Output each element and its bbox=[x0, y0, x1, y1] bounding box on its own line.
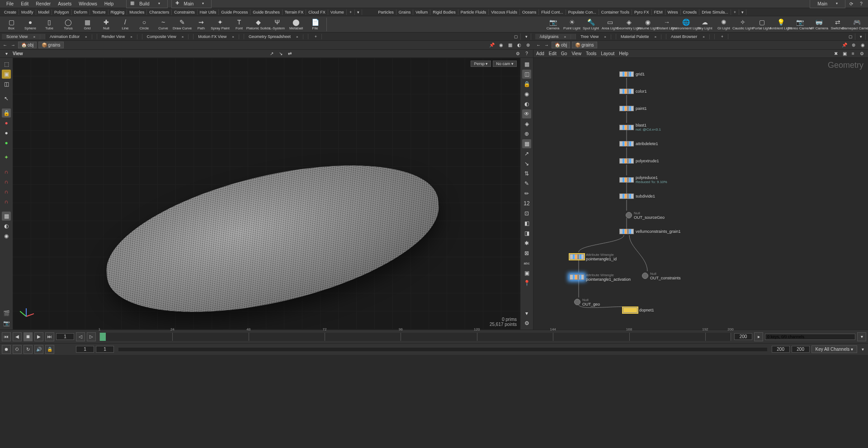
next-key-button[interactable]: ▷ bbox=[87, 332, 96, 341]
shelf-tab[interactable]: Characters bbox=[147, 9, 172, 15]
node-paint1[interactable]: paint1 bbox=[619, 106, 647, 111]
shelf-tab[interactable]: Polygon bbox=[52, 9, 72, 15]
disp-opts-icon[interactable]: ▾ bbox=[522, 309, 531, 318]
topright-main-dropdown[interactable]: Main ▾ bbox=[810, 0, 845, 8]
handle-icon[interactable]: ✦ bbox=[2, 153, 11, 162]
tool-caustic-light[interactable]: ✧Caustic Light bbox=[733, 17, 752, 31]
tool-box[interactable]: ▢Box bbox=[2, 17, 21, 31]
render-icon[interactable]: 🎬 bbox=[2, 309, 11, 318]
disp2-icon[interactable]: ◫ bbox=[522, 70, 531, 79]
shelf-tab[interactable]: Terrain FX bbox=[283, 9, 307, 15]
tool-platonic-solids[interactable]: ◆Platonic Solids bbox=[249, 17, 268, 31]
channel-scope-dropdown[interactable]: Key All Channels ▾ bbox=[811, 345, 857, 353]
nav-back-icon[interactable]: ← bbox=[535, 42, 542, 48]
camera-persp-dropdown[interactable]: Persp ▾ bbox=[471, 61, 491, 67]
shelf-add-right[interactable]: + bbox=[731, 9, 739, 15]
breadcrumb-obj[interactable]: 🏠 obj bbox=[18, 42, 37, 48]
bc-opt1-icon[interactable]: ◉ bbox=[498, 42, 504, 48]
shelf-tab[interactable]: Create bbox=[2, 9, 19, 15]
shelf-tab[interactable]: Guide Brushes bbox=[250, 9, 283, 15]
step-back-button[interactable]: ◀ bbox=[13, 332, 22, 341]
vp-settings-icon[interactable]: ⚙ bbox=[514, 51, 521, 57]
node-dopnet1[interactable]: dopnet1 bbox=[623, 307, 654, 313]
shelf-tab[interactable]: Pyro FX bbox=[632, 9, 652, 15]
disp15-icon[interactable]: 12 bbox=[522, 199, 531, 208]
loop-button[interactable]: ↻ bbox=[24, 345, 33, 354]
tl-opt2[interactable]: ▾ bbox=[857, 332, 866, 341]
magnet2-icon[interactable]: ∩ bbox=[2, 177, 11, 186]
bc-opt4-icon[interactable]: ⊕ bbox=[525, 42, 531, 48]
pane-max-icon[interactable]: ▢ bbox=[511, 33, 521, 40]
magnet4-icon[interactable]: ∩ bbox=[2, 197, 11, 206]
tool-sphere[interactable]: ●Sphere bbox=[21, 17, 40, 31]
audio-button[interactable]: 🔊 bbox=[34, 345, 43, 354]
tool-torus[interactable]: ◯Torus bbox=[59, 17, 78, 31]
disp4-icon[interactable]: ◉ bbox=[522, 90, 531, 99]
node-blast1[interactable]: blast1not: @Cd.x<0.1 bbox=[619, 123, 661, 132]
shelf-tab[interactable]: Vellum bbox=[413, 9, 430, 15]
node-subdivide1[interactable]: subdivide1 bbox=[619, 193, 655, 199]
nav-fwd-icon[interactable]: → bbox=[10, 42, 16, 48]
disp-abc-icon[interactable]: abc bbox=[522, 259, 531, 268]
bc-opt2-icon[interactable]: ▦ bbox=[507, 42, 513, 48]
disp12-icon[interactable]: ⇅ bbox=[522, 169, 531, 178]
tool-volume-light[interactable]: ◉Volume Light bbox=[638, 17, 657, 31]
shelf-tab[interactable]: Wires bbox=[665, 9, 681, 15]
tool-spray-paint[interactable]: ✦Spray Paint bbox=[211, 17, 230, 31]
magnet3-icon[interactable]: ∩ bbox=[2, 187, 11, 196]
node-out_constraints[interactable]: NullOUT_constraints bbox=[642, 271, 681, 280]
node-pointwrangle1_id[interactable]: Attribute Wranglepointwrangle1_id bbox=[570, 252, 617, 261]
snap1-icon[interactable]: ● bbox=[2, 118, 11, 127]
timeline-playhead[interactable] bbox=[99, 333, 106, 341]
shelf-tab[interactable]: Particle Fluids bbox=[458, 9, 489, 15]
shelf-tab[interactable]: Particles bbox=[376, 9, 396, 15]
bc-opt2-icon[interactable]: ◉ bbox=[859, 42, 866, 48]
menu-help[interactable]: Help bbox=[101, 0, 118, 7]
shelf-tab[interactable]: Hair Utils bbox=[198, 9, 219, 15]
tool-stereo-camera[interactable]: 📷Stereo Camera bbox=[790, 17, 809, 31]
pane-add-left[interactable]: + bbox=[310, 34, 322, 39]
stop-button[interactable]: ⏹ bbox=[24, 332, 33, 341]
disp5-icon[interactable]: ◐ bbox=[522, 99, 531, 108]
tool-camera[interactable]: 📷Camera bbox=[543, 17, 562, 31]
vp-tool1-icon[interactable]: ↗ bbox=[269, 51, 275, 57]
node-out_sourceGeo[interactable]: NullOUT_sourceGeo bbox=[626, 211, 665, 220]
tool-l-system[interactable]: ΨL-System bbox=[268, 17, 287, 31]
node-polyreduce1[interactable]: polyreduce1Reduced To: 9.10% bbox=[619, 175, 667, 184]
tool-sky-light[interactable]: ☁Sky Light bbox=[695, 17, 714, 31]
pane-tab[interactable]: Render View× bbox=[97, 34, 142, 39]
disp14-icon[interactable]: ✏ bbox=[522, 189, 531, 198]
tool-environment-light[interactable]: 🌐Environment Light bbox=[676, 17, 695, 31]
tool-portal-light[interactable]: ▢Portal Light bbox=[752, 17, 771, 31]
range-lock-button[interactable]: 🔒 bbox=[45, 345, 54, 354]
shelf-tab[interactable]: Cloud FX bbox=[306, 9, 328, 15]
pane-tab[interactable]: Motion FX View× bbox=[193, 34, 244, 39]
tool-gamepad-camera[interactable]: 🎮Gamepad Camera bbox=[847, 17, 866, 31]
tool-grid[interactable]: ▦Grid bbox=[78, 17, 97, 31]
shelf-tab[interactable]: Populate Con... bbox=[566, 9, 599, 15]
network-view[interactable]: Geometry grid1color1paint1blast1not: @Cd… bbox=[533, 58, 868, 330]
desktop-main-dropdown[interactable]: ✚ Main ▾ bbox=[171, 0, 212, 8]
play-button[interactable]: ▶ bbox=[34, 332, 43, 341]
disp11-icon[interactable]: ↘ bbox=[522, 159, 531, 168]
menu-windows[interactable]: Windows bbox=[75, 0, 101, 7]
disp16-icon[interactable]: ⊡ bbox=[522, 209, 531, 218]
shelf-tab[interactable]: Viscous Fluids bbox=[489, 9, 520, 15]
pane-max-icon[interactable]: ▢ bbox=[846, 33, 855, 40]
bc-pin-icon[interactable]: 📌 bbox=[489, 42, 495, 48]
footer-end1[interactable]: 200 bbox=[772, 346, 790, 353]
pane-menu-icon[interactable]: ▾ bbox=[522, 33, 531, 40]
net-tools[interactable]: Tools bbox=[586, 51, 596, 56]
tool-draw-curve[interactable]: ✎Draw Curve bbox=[173, 17, 192, 31]
realtime-button[interactable]: ⏲ bbox=[13, 345, 22, 354]
disp18-icon[interactable]: ◨ bbox=[522, 229, 531, 238]
select-prims-icon[interactable]: ◫ bbox=[2, 80, 11, 89]
cp2-icon[interactable]: ◐ bbox=[2, 222, 11, 231]
shelf-tab[interactable]: Grains bbox=[396, 9, 414, 15]
pane-tab[interactable]: Material Palette× bbox=[616, 34, 666, 39]
select-points-icon[interactable]: ▣ bbox=[2, 70, 11, 79]
node-out_geo[interactable]: NullOUT_geo bbox=[574, 297, 600, 307]
shelf-tab[interactable]: Container Tools bbox=[599, 9, 632, 15]
shelf-tab[interactable]: Fluid Cont... bbox=[539, 9, 566, 15]
desktop-build-dropdown[interactable]: ▦ Build ▾ bbox=[126, 0, 167, 8]
